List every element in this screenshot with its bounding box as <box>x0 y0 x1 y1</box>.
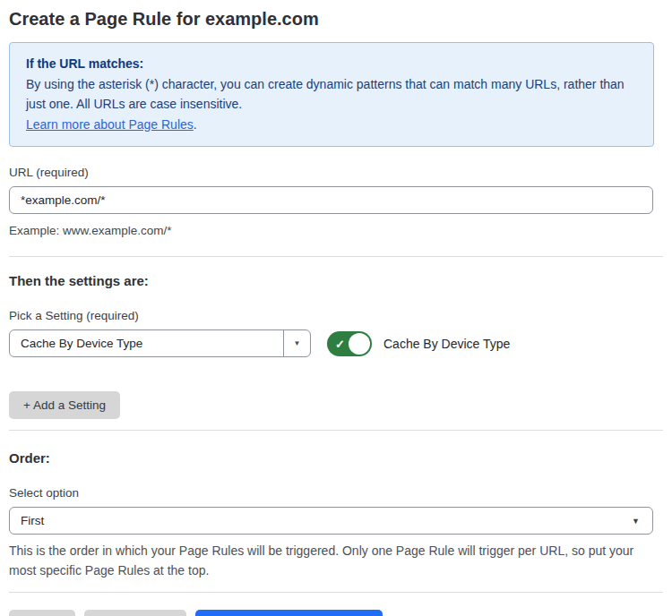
url-match-info-box: If the URL matches: By using the asteris… <box>9 42 654 147</box>
order-select-value: First <box>10 514 55 527</box>
learn-more-link[interactable]: Learn more about Page Rules <box>26 117 194 132</box>
url-example-helper: Example: www.example.com/* <box>9 221 663 240</box>
setting-row: Cache By Device Type ▼ ✓ Cache By Device… <box>9 329 663 357</box>
save-as-draft-button[interactable]: Save as Draft <box>84 610 186 616</box>
caret-down-icon: ▼ <box>294 339 301 347</box>
footer-actions: Cancel Save as Draft Save and Deploy Pag… <box>9 610 663 616</box>
link-suffix: . <box>194 117 197 132</box>
setting-dropdown-value: Cache By Device Type <box>10 337 283 350</box>
save-and-deploy-button[interactable]: Save and Deploy Page Rule <box>195 610 383 616</box>
toggle-label: Cache By Device Type <box>383 337 510 351</box>
settings-section-heading: Then the settings are: <box>9 273 663 288</box>
cancel-button[interactable]: Cancel <box>9 610 75 616</box>
divider <box>9 430 663 431</box>
order-helper-text: This is the order in which your Page Rul… <box>9 541 654 580</box>
url-field-label: URL (required) <box>9 166 663 179</box>
order-section-heading: Order: <box>9 450 663 466</box>
order-select[interactable]: First ▼ <box>9 507 653 535</box>
info-box-heading: If the URL matches: <box>26 54 637 74</box>
page-title: Create a Page Rule for example.com <box>9 8 663 30</box>
pick-setting-label: Pick a Setting (required) <box>9 309 663 322</box>
cache-by-device-toggle[interactable]: ✓ <box>327 331 372 356</box>
info-box-link-line: Learn more about Page Rules. <box>26 115 637 135</box>
select-option-label: Select option <box>9 486 663 500</box>
check-icon: ✓ <box>335 338 345 349</box>
caret-down-icon: ▼ <box>632 517 640 526</box>
setting-dropdown[interactable]: Cache By Device Type ▼ <box>9 329 311 357</box>
url-input[interactable] <box>9 186 653 214</box>
add-setting-button[interactable]: + Add a Setting <box>9 391 120 419</box>
divider <box>9 592 663 593</box>
page-rule-form: Create a Page Rule for example.com If th… <box>0 0 672 616</box>
toggle-knob <box>349 333 370 355</box>
setting-dropdown-button[interactable]: ▼ <box>283 330 310 356</box>
info-box-body: By using the asterisk (*) character, you… <box>26 74 637 115</box>
divider <box>9 256 663 257</box>
